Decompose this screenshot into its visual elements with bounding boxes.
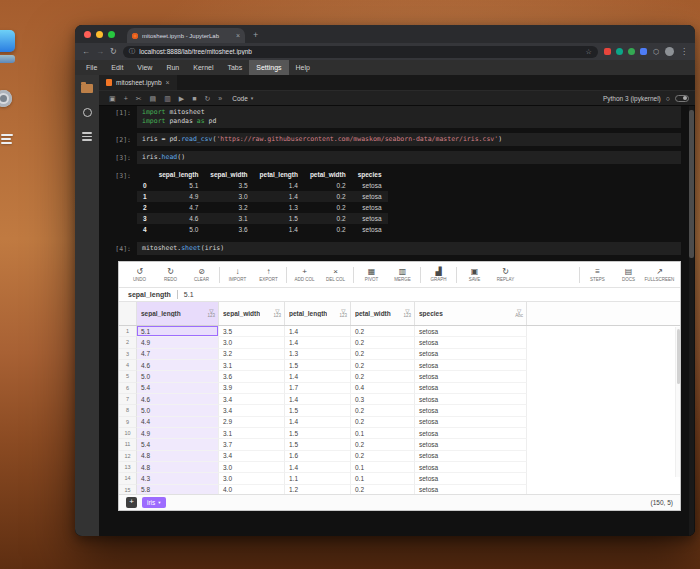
code-cell-1[interactable]: [1]: import mitosheetimport pandas as pd (102, 106, 695, 128)
grid-cell[interactable]: setosa (415, 394, 527, 405)
notebook-tab-close-icon[interactable]: × (166, 79, 170, 86)
code-editor[interactable]: iris = pd.read_csv('https://raw.githubus… (137, 133, 681, 146)
grid-cell[interactable]: setosa (415, 337, 527, 348)
mito-docs-button[interactable]: ▤DOCS (613, 267, 644, 282)
grid-cell[interactable]: 3.5 (219, 326, 285, 337)
grid-cell[interactable]: setosa (415, 417, 527, 428)
code-editor[interactable]: import mitosheetimport pandas as pd (137, 106, 681, 128)
grid-cell[interactable]: 1.4 (285, 371, 351, 382)
grid-cell[interactable]: 4.9 (137, 337, 219, 348)
column-header-petal_length[interactable]: petal_length▽123 (285, 302, 351, 325)
grid-cell[interactable]: 4.9 (137, 428, 219, 439)
site-info-icon[interactable]: ⓘ (129, 47, 136, 56)
row-index[interactable]: 9 (119, 417, 137, 428)
grid-cell[interactable]: 0.2 (351, 451, 415, 462)
grid-cell[interactable]: 2.9 (219, 417, 285, 428)
row-index[interactable]: 3 (119, 349, 137, 360)
grid-cell[interactable]: setosa (415, 451, 527, 462)
sheet-tab-iris[interactable]: iris ▾ (142, 497, 166, 508)
mito-add-col-button[interactable]: +ADD COL (289, 267, 320, 282)
grid-cell[interactable]: 3.6 (219, 371, 285, 382)
grid-cell[interactable]: 5.8 (137, 485, 219, 494)
row-index[interactable]: 10 (119, 428, 137, 439)
grid-cell[interactable]: 3.4 (219, 451, 285, 462)
grid-cell[interactable]: setosa (415, 360, 527, 371)
minimize-window-button[interactable] (96, 31, 103, 38)
grid-cell[interactable]: 3.1 (219, 360, 285, 371)
grid-scrollbar[interactable] (675, 327, 680, 477)
profile-avatar[interactable] (665, 47, 674, 56)
grid-cell[interactable]: 1.6 (285, 451, 351, 462)
grid-cell[interactable]: 0.2 (351, 417, 415, 428)
restart-button[interactable]: ↻ (200, 91, 214, 106)
grid-cell[interactable]: 4.6 (137, 394, 219, 405)
back-icon[interactable]: ← (82, 48, 90, 56)
grid-cell[interactable]: 1.3 (285, 349, 351, 360)
grid-cell[interactable]: 3.2 (219, 349, 285, 360)
extensions-puzzle-icon[interactable]: ⬡ (653, 48, 659, 56)
menu-edit[interactable]: Edit (104, 60, 130, 75)
grid-cell[interactable]: 3.4 (219, 394, 285, 405)
grid-cell[interactable]: 4.4 (137, 417, 219, 428)
grid-cell[interactable]: setosa (415, 439, 527, 450)
grid-cell[interactable]: setosa (415, 383, 527, 394)
browser-tab[interactable]: mitosheet.ipynb - JupyterLab × (127, 28, 245, 43)
grid-cell[interactable]: 0.2 (351, 485, 415, 494)
grid-cell[interactable]: setosa (415, 326, 527, 337)
menu-kernel[interactable]: Kernel (186, 60, 220, 75)
row-index[interactable]: 11 (119, 439, 137, 450)
row-index[interactable]: 12 (119, 451, 137, 462)
extension-icon[interactable] (616, 48, 623, 55)
notebook-scrollbar[interactable] (689, 106, 694, 536)
mito-save-button[interactable]: ▣SAVE (459, 267, 490, 282)
code-cell-3[interactable]: [3]: iris.head() (102, 151, 695, 164)
grid-cell[interactable]: 1.4 (285, 394, 351, 405)
row-index[interactable]: 8 (119, 405, 137, 416)
save-button[interactable]: ▣ (105, 91, 120, 106)
reload-icon[interactable]: ↻ (110, 48, 117, 56)
column-header-species[interactable]: species▽Abc (415, 302, 527, 325)
menu-file[interactable]: File (79, 60, 104, 75)
grid-cell[interactable]: 3.9 (219, 383, 285, 394)
grid-cell[interactable]: 0.3 (351, 394, 415, 405)
mito-redo-button[interactable]: ↻REDO (155, 267, 186, 282)
grid-cell[interactable]: 1.4 (285, 462, 351, 473)
grid-cell[interactable]: 1.5 (285, 405, 351, 416)
grid-cell[interactable]: 5.0 (137, 371, 219, 382)
grid-cell[interactable]: 5.4 (137, 439, 219, 450)
extension-icon[interactable] (640, 48, 647, 55)
grid-cell[interactable]: 1.7 (285, 383, 351, 394)
grid-cell[interactable]: 1.5 (285, 428, 351, 439)
bookmark-star-icon[interactable]: ☆ (586, 48, 592, 56)
grid-cell[interactable]: 3.0 (219, 462, 285, 473)
extension-icon[interactable] (628, 48, 635, 55)
grid-cell[interactable]: 4.3 (137, 473, 219, 484)
grid-cell[interactable]: setosa (415, 371, 527, 382)
grid-cell[interactable]: 4.0 (219, 485, 285, 494)
mito-export-button[interactable]: ↑EXPORT (253, 267, 284, 282)
column-header-sepal_length[interactable]: sepal_length▽123 (137, 302, 219, 325)
column-header-sepal_width[interactable]: sepal_width▽123 (219, 302, 285, 325)
row-index[interactable]: 5 (119, 371, 137, 382)
finder-dock-icon[interactable] (0, 30, 15, 52)
grid-cell[interactable]: 0.2 (351, 405, 415, 416)
grid-cell[interactable]: 3.0 (219, 473, 285, 484)
mito-clear-button[interactable]: ⊘CLEAR (186, 267, 217, 282)
grid-cell[interactable]: setosa (415, 473, 527, 484)
mito-formula-bar[interactable]: sepal_length 5.1 (119, 288, 680, 302)
paste-button[interactable]: ▥ (160, 91, 175, 106)
mito-steps-button[interactable]: ≡STEPS (582, 267, 613, 282)
grid-cell[interactable]: 5.1 (137, 326, 219, 337)
insert-cell-button[interactable]: + (120, 91, 132, 106)
mito-merge-button[interactable]: ▥MERGE (387, 267, 418, 282)
row-index[interactable]: 1 (119, 326, 137, 337)
url-input[interactable]: ⓘ localhost:8888/lab/tree/mitosheet.ipyn… (123, 46, 598, 58)
kernel-name[interactable]: Python 3 (ipykernel) (603, 95, 661, 102)
grid-cell[interactable]: 1.2 (285, 485, 351, 494)
interrupt-button[interactable]: ■ (188, 91, 200, 106)
tab-close-icon[interactable]: × (236, 32, 240, 39)
menu-settings[interactable]: Settings (249, 60, 288, 75)
grid-cell[interactable]: 1.5 (285, 439, 351, 450)
mito-undo-button[interactable]: ↺UNDO (124, 267, 155, 282)
row-index[interactable]: 6 (119, 383, 137, 394)
